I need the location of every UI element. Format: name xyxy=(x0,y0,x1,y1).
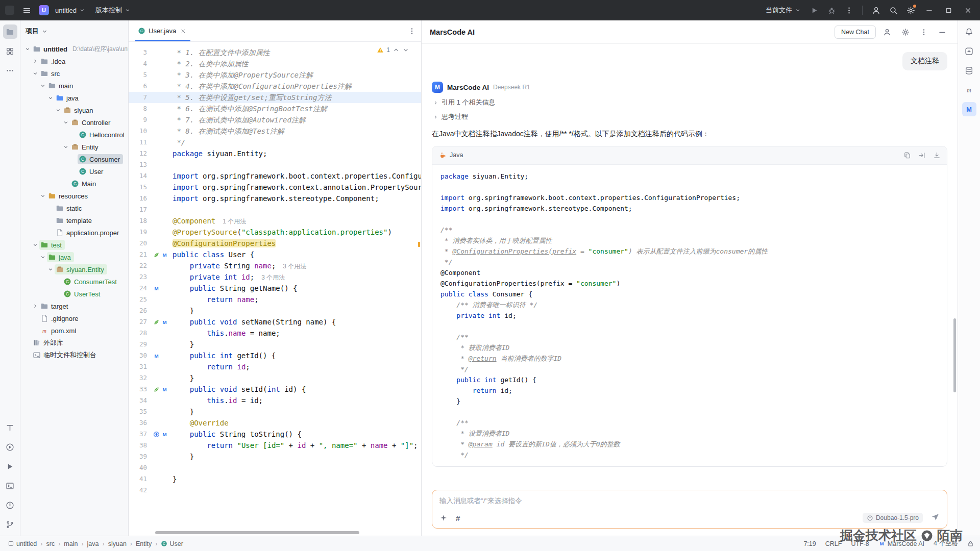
project-panel-header[interactable]: 项目 xyxy=(20,20,128,42)
marscode-status[interactable]: M MarsCode AI xyxy=(878,540,924,547)
tree-item-user[interactable]: CUser xyxy=(20,165,128,178)
editor-line[interactable]: 27M public void setName(String name) { xyxy=(129,316,421,328)
tree-item-untitled[interactable]: untitledD:\data\程序\java\unti xyxy=(20,43,128,55)
chevron-down-icon[interactable] xyxy=(46,265,55,273)
editor-line[interactable]: 39 } xyxy=(129,451,421,462)
notifications-button[interactable] xyxy=(962,24,976,39)
tab-options-button[interactable] xyxy=(407,26,417,36)
tree-item-entity[interactable]: Entity xyxy=(20,141,128,153)
tree-item-static[interactable]: static xyxy=(20,202,128,214)
chat-more-button[interactable] xyxy=(917,25,931,39)
inspections-widget[interactable]: 1 xyxy=(373,45,413,55)
breadcrumb-item-java[interactable]: java xyxy=(86,540,101,547)
editor-line[interactable]: 11 */ xyxy=(129,137,421,148)
caret-position[interactable]: 7:19 xyxy=(803,540,816,547)
editor-line[interactable]: 19@PropertySource("classpath:application… xyxy=(129,227,421,238)
tab-user-java[interactable]: C User.java xyxy=(133,20,192,41)
references-toggle[interactable]: 引用 1 个相关信息 xyxy=(432,98,947,107)
context-button[interactable]: # xyxy=(456,514,460,522)
editor-line[interactable]: 29 } xyxy=(129,339,421,350)
copy-code-button[interactable] xyxy=(903,152,911,159)
database-tool-button[interactable] xyxy=(962,63,976,78)
editor-line[interactable]: 20@ConfigurationProperties xyxy=(129,238,421,249)
editor-line[interactable]: 4 * 2. 在类中添加属性 xyxy=(129,58,421,69)
chevron-down-icon[interactable] xyxy=(31,241,39,249)
agents-button[interactable] xyxy=(880,25,894,39)
editor-line[interactable]: 10 * 8. 在测试类中添加@Test注解 xyxy=(129,126,421,137)
chevron-down-icon[interactable] xyxy=(54,106,62,114)
debug-button[interactable] xyxy=(823,3,840,18)
breadcrumb-item-main[interactable]: main xyxy=(62,540,79,547)
editor-line[interactable]: 5 * 3. 在类中添加@PropertySource注解 xyxy=(129,69,421,81)
chevron-right-icon[interactable] xyxy=(31,302,39,310)
main-menu-button[interactable] xyxy=(18,3,35,18)
editor-line[interactable]: 35 } xyxy=(129,406,421,417)
editor-line[interactable]: 18@Component1 个用法 xyxy=(129,215,421,227)
editor-line[interactable]: 33M public void setId(int id) { xyxy=(129,384,421,395)
next-problem-icon[interactable] xyxy=(402,46,409,54)
settings-button[interactable] xyxy=(902,3,919,18)
editor-line[interactable]: 25 return name; xyxy=(129,294,421,305)
tree-item-main[interactable]: main xyxy=(20,80,128,92)
editor-line[interactable]: 30M public int getId() { xyxy=(129,350,421,361)
problems-tool-button[interactable] xyxy=(3,498,17,512)
editor-line[interactable]: 14import org.springframework.boot.contex… xyxy=(129,170,421,182)
structure-tool-button[interactable] xyxy=(3,44,17,58)
project-selector[interactable]: untitled xyxy=(51,4,89,17)
tree-item-item[interactable]: 临时文件和控制台 xyxy=(20,349,128,361)
editor-line[interactable]: 31 return id; xyxy=(129,361,421,372)
breadcrumb-item-siyuan[interactable]: siyuan xyxy=(107,540,128,547)
run-config-selector[interactable]: 当前文件 xyxy=(762,3,805,17)
tree-item-siyuan.entity[interactable]: siyuan.Entity xyxy=(20,263,128,276)
more-tools-button[interactable] xyxy=(3,63,17,78)
tree-item-target[interactable]: target xyxy=(20,300,128,312)
ai-assistant-tool-button[interactable] xyxy=(962,44,976,58)
tree-item-controller[interactable]: Controller xyxy=(20,116,128,129)
editor-line[interactable]: 26 } xyxy=(129,305,421,316)
commands-icon[interactable] xyxy=(439,514,448,522)
chevron-down-icon[interactable] xyxy=(46,94,55,102)
version-control-tool-button[interactable] xyxy=(3,517,17,532)
send-button[interactable] xyxy=(931,513,940,523)
tree-item-item[interactable]: 外部库 xyxy=(20,337,128,349)
editor-line[interactable]: 22 private String name;3 个用法 xyxy=(129,260,421,271)
vcs-selector[interactable]: 版本控制 xyxy=(91,3,135,17)
minimize-button[interactable] xyxy=(920,2,938,18)
maximize-button[interactable] xyxy=(939,2,958,18)
breadcrumb-item-entity[interactable]: Entity xyxy=(134,540,153,547)
tree-item-.idea[interactable]: .idea xyxy=(20,55,128,67)
editor-line[interactable]: 17 xyxy=(129,204,421,215)
chat-scrollbar[interactable] xyxy=(953,318,956,392)
insert-code-button[interactable] xyxy=(918,152,926,159)
tree-item-pom.xml[interactable]: mpom.xml xyxy=(20,324,128,337)
tree-item-src[interactable]: src xyxy=(20,67,128,80)
memory-tool-button[interactable]: m xyxy=(962,83,976,97)
download-code-button[interactable] xyxy=(933,152,941,159)
close-button[interactable] xyxy=(959,2,977,18)
editor-line[interactable]: 38 return "User [id=" + id + ", name=" +… xyxy=(129,440,421,451)
lock-button[interactable] xyxy=(967,540,974,547)
editor-line[interactable]: 7 * 5. 在类中设置get/set;重写toString方法 xyxy=(129,92,421,103)
tree-item-java[interactable]: java xyxy=(20,92,128,104)
tree-item-siyuan[interactable]: siyuan xyxy=(20,104,128,116)
chevron-down-icon[interactable] xyxy=(39,82,47,90)
tree-item-application.proper[interactable]: application.proper xyxy=(20,227,128,239)
encoding-selector[interactable]: UTF-8 xyxy=(851,540,869,547)
run-button[interactable] xyxy=(806,3,822,18)
editor-line[interactable]: 6 * 4. 在类中添加@ConfigurationProperties注解 xyxy=(129,81,421,92)
chevron-down-icon[interactable] xyxy=(62,143,70,151)
editor-line[interactable]: 13 xyxy=(129,159,421,170)
model-selector[interactable]: Doubao-1.5-pro xyxy=(863,513,923,523)
editor-line[interactable]: 16import org.springframework.stereotype.… xyxy=(129,193,421,204)
editor-line[interactable]: 41} xyxy=(129,473,421,485)
new-chat-button[interactable]: New Chat xyxy=(835,26,876,39)
breadcrumb-item-untitled[interactable]: untitled xyxy=(6,540,38,547)
editor-line[interactable]: 15import org.springframework.context.ann… xyxy=(129,182,421,193)
editor-line[interactable]: 36 @Override xyxy=(129,417,421,429)
tree-item-resources[interactable]: resources xyxy=(20,190,128,202)
tree-item-java[interactable]: java xyxy=(20,251,128,263)
chat-settings-button[interactable] xyxy=(898,25,913,39)
editor-line[interactable]: 42 xyxy=(129,485,421,496)
chat-hide-button[interactable] xyxy=(935,25,949,39)
line-ending-selector[interactable]: CRLF xyxy=(825,540,842,547)
